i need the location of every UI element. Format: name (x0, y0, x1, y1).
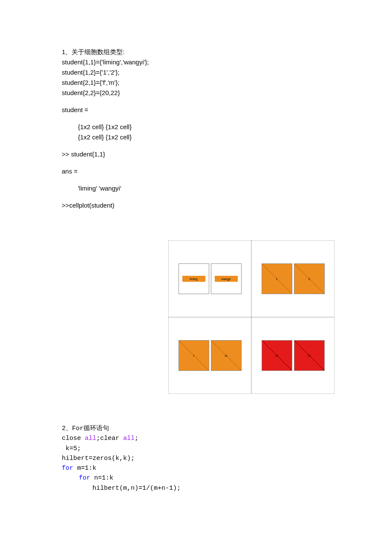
code-line: student{1,2}={'1','2'}; (62, 67, 330, 78)
cellplot-quad-3: f m (168, 317, 251, 394)
output-row: {1x2 cell} {1x2 cell} (62, 132, 330, 142)
cell-label: 20 (275, 354, 279, 357)
code-line: for m=1:k (62, 463, 330, 473)
cell-1: 1 (262, 263, 292, 294)
cell-label: m (225, 354, 228, 357)
code-line: hilbert=zeros(k,k); (62, 454, 330, 463)
ans-value: 'liming' 'wangyi' (62, 183, 330, 194)
cell-f: f (179, 340, 209, 371)
cell-label: 2 (308, 278, 310, 280)
code-line: student{1,1}={'liming','wangyi'}; (62, 57, 330, 67)
cell-wangyi: wangyi (211, 263, 242, 294)
cell-20: 20 (262, 340, 292, 371)
output-row: {1x2 cell} {1x2 cell} (62, 122, 330, 132)
cellplot-quad-4: 20 22 (251, 317, 334, 394)
cell-label: wangyi (222, 278, 231, 280)
cellplot-figure: liming wangyi 1 (168, 240, 334, 394)
cell-label: 22 (308, 354, 311, 357)
code-line: student{2,2}={20,22} (62, 88, 330, 98)
prompt: >> student{1,1} (62, 149, 330, 159)
code-line: close all;clear all; (62, 434, 330, 443)
output-label: student = (62, 105, 330, 115)
code-line: for n=1:k (62, 473, 330, 483)
code-line: student{2,1}={'f','m'}; (62, 78, 330, 88)
prompt: >>cellplot(student) (62, 200, 330, 211)
cell-22: 22 (294, 340, 325, 371)
cell-2: 2 (294, 263, 325, 294)
cellplot-quad-1: liming wangyi (168, 240, 251, 317)
section2-title: 2、For循环语句 (62, 424, 330, 434)
cell-label: liming (190, 278, 197, 280)
ans-label: ans = (62, 166, 330, 176)
cell-label: 1 (276, 278, 278, 280)
section1-title: 1、关于细胞数组类型: (62, 47, 330, 57)
cell-label: f (193, 354, 194, 357)
cell-m: m (211, 340, 242, 371)
cell-liming: liming (179, 263, 209, 294)
cellplot-quad-2: 1 2 (251, 240, 334, 317)
code-line: hilbert(m,n)=1/(m+n-1); (62, 483, 330, 493)
code-line: k=5; (62, 444, 330, 454)
